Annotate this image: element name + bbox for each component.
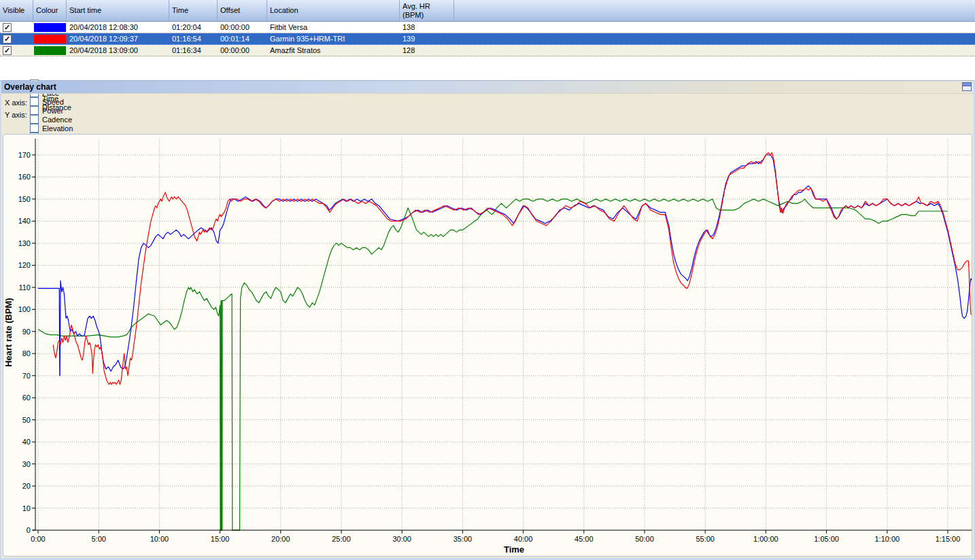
svg-text:120: 120 <box>18 261 31 269</box>
svg-text:20: 20 <box>22 482 31 490</box>
column-header-avg-hr[interactable]: Avg. HR (BPM) <box>400 0 454 21</box>
y-axis-title: Heart rate (BPM) <box>3 298 14 366</box>
overlay-chart-title: Overlay chart <box>4 82 56 92</box>
cell-offset: 00:00:00 <box>218 46 267 54</box>
table-row[interactable]: ✓20/04/2018 12:09:3701:16:5400:01:14Garm… <box>0 33 975 45</box>
activity-table: VisibleColourStart timeTimeOffsetLocatio… <box>0 0 975 56</box>
y-axis-row: Y axis: ✓Heart ratePaceSpeedPowerCadence… <box>5 109 974 121</box>
overlay-chart-header: Overlay chart <box>1 81 974 94</box>
axis-controls: X axis: TimeDistance Y axis: ✓Heart rate… <box>1 94 974 121</box>
series-amazfit-stratos <box>38 199 948 530</box>
svg-text:45:00: 45:00 <box>575 535 593 543</box>
svg-text:10:00: 10:00 <box>150 535 169 543</box>
column-header-colour[interactable]: Colour <box>33 0 67 21</box>
cell-offset: 00:01:14 <box>218 35 267 43</box>
column-header-time[interactable]: Time <box>169 0 218 21</box>
collapse-panel-icon[interactable] <box>962 82 972 91</box>
svg-text:20:00: 20:00 <box>271 535 290 543</box>
x-axis-title: Time <box>504 544 524 555</box>
cell-start-time: 20/04/2018 13:09:00 <box>67 46 169 54</box>
table-row[interactable]: ✓20/04/2018 12:08:3001:20:0400:00:00Fitb… <box>0 22 975 33</box>
checkbox-power[interactable] <box>30 106 39 115</box>
app-window: { "table": { "columns": ["Visible", "Col… <box>0 0 975 560</box>
cell-visible: ✓ <box>0 23 33 32</box>
svg-text:0: 0 <box>27 526 31 534</box>
table-row[interactable]: ✓20/04/2018 13:09:0001:16:3400:00:00Amaz… <box>0 45 975 56</box>
x-axis-caption: X axis: <box>5 99 30 107</box>
cell-time: 01:16:54 <box>169 35 218 43</box>
checkbox-cadence[interactable] <box>30 115 39 124</box>
svg-text:150: 150 <box>18 195 31 203</box>
checkbox-label: Speed <box>42 98 64 106</box>
svg-text:70: 70 <box>22 372 31 380</box>
svg-text:55:00: 55:00 <box>696 535 714 543</box>
svg-text:5:00: 5:00 <box>92 535 106 543</box>
svg-text:140: 140 <box>18 217 31 225</box>
svg-text:130: 130 <box>18 239 31 247</box>
svg-text:1:15:00: 1:15:00 <box>936 535 961 543</box>
checkbox-label: Power <box>42 107 63 115</box>
cell-time: 01:20:04 <box>169 23 218 31</box>
checkbox-label: Elevation <box>42 124 73 133</box>
y-axis-option-speed: Speed <box>30 97 75 106</box>
activity-table-header: VisibleColourStart timeTimeOffsetLocatio… <box>0 0 975 22</box>
svg-text:90: 90 <box>22 328 31 336</box>
cell-avg-hr: 138 <box>400 23 454 31</box>
svg-text:40: 40 <box>22 438 31 446</box>
column-header-location[interactable]: Location <box>267 0 400 21</box>
cell-visible: ✓ <box>0 35 33 43</box>
y-axis-option-elevation: Elevation <box>30 124 75 133</box>
svg-text:0:00: 0:00 <box>31 535 45 543</box>
cell-time: 01:16:34 <box>169 46 218 54</box>
cell-visible: ✓ <box>0 46 33 55</box>
svg-text:50: 50 <box>22 416 31 424</box>
colour-swatch <box>34 35 66 43</box>
svg-text:25:00: 25:00 <box>332 535 350 543</box>
heart-rate-chart: 0102030405060708090100110120130140150160… <box>3 135 972 556</box>
colour-swatch <box>34 46 66 55</box>
cell-start-time: 20/04/2018 12:09:37 <box>67 35 169 43</box>
checkbox-elevation[interactable] <box>30 124 39 133</box>
column-header-start-time[interactable]: Start time <box>67 0 169 21</box>
svg-text:15:00: 15:00 <box>211 535 229 543</box>
svg-text:30: 30 <box>22 460 31 468</box>
svg-text:1:05:00: 1:05:00 <box>814 535 839 543</box>
colour-swatch <box>34 23 66 32</box>
overlay-chart-section: Overlay chart X axis: TimeDistance Y axi… <box>0 80 975 560</box>
gridlines <box>35 139 972 530</box>
cell-location: Fitbit Versa <box>267 23 400 31</box>
series-garmin-935-hrm-tri <box>53 153 972 385</box>
svg-text:10: 10 <box>22 504 31 512</box>
column-header-visible[interactable]: Visible <box>0 0 33 21</box>
y-axis-option-power: Power <box>30 106 75 115</box>
svg-text:110: 110 <box>18 283 31 292</box>
svg-text:40:00: 40:00 <box>514 535 532 543</box>
checkbox-speed[interactable] <box>30 97 39 106</box>
activity-table-body: ✓20/04/2018 12:08:3001:20:0400:00:00Fitb… <box>0 22 975 56</box>
y-axis-caption: Y axis: <box>5 111 30 119</box>
x-tick-labels: 0:005:0010:0015:0020:0025:0030:0035:0040… <box>31 535 960 543</box>
svg-text:170: 170 <box>18 151 31 159</box>
overlay-chart-panel: 0102030405060708090100110120130140150160… <box>3 134 972 557</box>
visible-checkbox[interactable]: ✓ <box>3 23 12 32</box>
svg-text:30:00: 30:00 <box>392 535 411 543</box>
svg-text:1:10:00: 1:10:00 <box>874 535 900 543</box>
cell-colour <box>33 23 67 32</box>
column-header-offset[interactable]: Offset <box>218 0 267 21</box>
y-tick-labels: 0102030405060708090100110120130140150160… <box>18 151 31 534</box>
cell-colour <box>33 46 67 55</box>
axes <box>32 139 972 533</box>
visible-checkbox[interactable]: ✓ <box>3 46 12 55</box>
svg-text:50:00: 50:00 <box>635 535 653 543</box>
cell-offset: 00:00:00 <box>218 23 267 31</box>
svg-text:60: 60 <box>22 393 31 402</box>
column-header-filler <box>454 0 975 21</box>
cell-location: Amazfit Stratos <box>267 46 400 54</box>
svg-text:80: 80 <box>22 349 31 357</box>
svg-text:1:00:00: 1:00:00 <box>753 535 779 543</box>
cell-colour <box>33 35 67 43</box>
svg-text:100: 100 <box>18 305 31 313</box>
cell-avg-hr: 128 <box>400 46 454 54</box>
cell-start-time: 20/04/2018 12:08:30 <box>67 23 169 31</box>
visible-checkbox[interactable]: ✓ <box>3 35 12 43</box>
